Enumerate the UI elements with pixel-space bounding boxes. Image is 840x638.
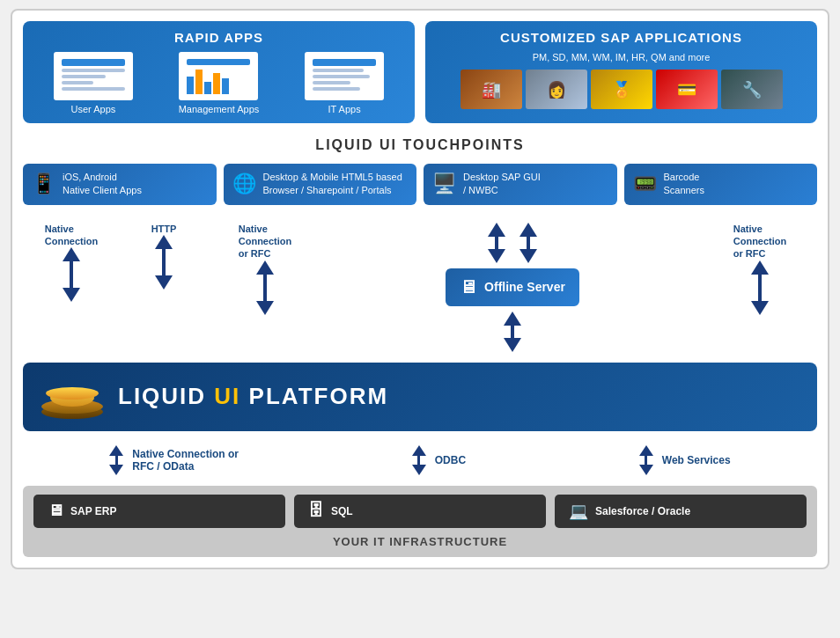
management-apps-screen [179, 52, 258, 100]
platform-row: LIQUID UI PLATFORM [23, 363, 817, 431]
tp-card-mobile: 📱 iOS, AndroidNative Client Apps [23, 164, 217, 205]
bottom-arrows-native [109, 445, 123, 475]
platform-title: LIQUID UI PLATFORM [118, 383, 388, 410]
salesforce-icon: 💻 [569, 502, 588, 521]
native-rfc-left: NativeConnectionor RFC [208, 219, 322, 315]
infra-systems: 🖥 SAP ERP 🗄 SQL 💻 Salesforce / Oracle [33, 495, 807, 528]
mobile-icon: 📱 [32, 172, 55, 195]
tp-barcode-text: BarcodeScanners [664, 171, 704, 198]
platform-logo [41, 375, 104, 419]
infra-footer-label: YOUR IT INFRASTRUCTURE [33, 535, 807, 548]
customized-sap-subtitle: PM, SD, MM, WM, IM, HR, QM and more [436, 52, 807, 62]
tp-card-desktop: 🖥️ Desktop SAP GUI/ NWBC [424, 164, 617, 205]
infra-sap-erp: 🖥 SAP ERP [33, 495, 285, 528]
http-connection: HTTP [120, 219, 208, 290]
offline-server-block: 🖥 Offline Server [322, 219, 703, 352]
bottom-ws-label: Web Services [662, 454, 731, 466]
tp-card-browser: 🌐 Desktop & Mobile HTML5 basedBrowser / … [224, 164, 417, 205]
barcode-icon: 📟 [633, 172, 657, 195]
it-apps-screen [305, 52, 384, 100]
infra-salesforce: 💻 Salesforce / Oracle [555, 495, 807, 528]
native-connection-left: NativeConnection [23, 219, 120, 303]
user-apps-item: User Apps [54, 52, 133, 114]
arrows-native-rfc-right [751, 260, 769, 315]
tp-mobile-text: iOS, AndroidNative Client Apps [63, 171, 142, 198]
http-label: HTTP [151, 223, 177, 235]
photo-tech: 🔧 [721, 70, 783, 109]
sap-erp-label: SAP ERP [70, 505, 116, 517]
arrows-native-rfc-left [256, 260, 274, 315]
tp-browser-text: Desktop & Mobile HTML5 basedBrowser / Sh… [263, 171, 402, 198]
user-apps-screen [54, 52, 133, 100]
main-container: RAPID APPS User Apps [11, 9, 829, 569]
photo-gold: 🏅 [591, 70, 652, 109]
top-section: RAPID APPS User Apps [23, 21, 817, 123]
native-rfc-left-label: NativeConnectionor RFC [239, 223, 292, 260]
offline-arrows-top-right [519, 223, 537, 263]
management-apps-label: Management Apps [179, 104, 260, 114]
photo-strip: 🏭 👩 🏅 💳 🔧 [436, 70, 807, 109]
bottom-conn-row: Native Connection orRFC / OData ODBC Web… [23, 445, 817, 475]
it-apps-item: IT Apps [305, 52, 384, 114]
management-apps-item: Management Apps [179, 52, 260, 114]
platform-suffix: PLATFORM [240, 383, 388, 409]
offline-server-label: Offline Server [484, 280, 565, 294]
bottom-arrows-odbc [412, 445, 426, 475]
sql-label: SQL [331, 505, 353, 517]
user-apps-label: User Apps [71, 104, 116, 114]
rapid-apps-box: RAPID APPS User Apps [23, 21, 415, 123]
platform-ui: UI [214, 383, 240, 409]
arrows-native-left [63, 247, 80, 302]
desktop-icon: 🖥️ [432, 172, 456, 195]
native-rfc-right: NativeConnectionor RFC [703, 219, 817, 315]
browser-icon: 🌐 [232, 172, 256, 195]
photo-industrial: 🏭 [461, 70, 522, 109]
bottom-odbc-label: ODBC [435, 454, 466, 466]
arrows-http [155, 235, 173, 290]
sql-icon: 🗄 [308, 502, 324, 520]
bottom-conn-native: Native Connection orRFC / OData [109, 445, 239, 475]
offline-server-box: 🖥 Offline Server [446, 268, 579, 306]
sap-erp-icon: 🖥 [48, 502, 63, 520]
rapid-apps-title: RAPID APPS [33, 30, 404, 45]
bottom-arrows-ws [639, 445, 653, 475]
photo-person: 👩 [526, 70, 587, 109]
customized-sap-box: CUSTOMIZED SAP APPLICATIONS PM, SD, MM, … [425, 21, 817, 123]
tp-card-barcode: 📟 BarcodeScanners [624, 164, 818, 205]
tp-desktop-text: Desktop SAP GUI/ NWBC [463, 171, 541, 198]
it-apps-label: IT Apps [328, 104, 361, 114]
infra-sql: 🗄 SQL [294, 495, 546, 528]
touchpoints-label: LIQUID UI TOUCHPOINTS [23, 137, 817, 153]
bottom-conn-webservices: Web Services [639, 445, 731, 475]
native-conn-left-label: NativeConnection [45, 223, 99, 248]
app-items: User Apps [33, 52, 404, 114]
infrastructure-box: 🖥 SAP ERP 🗄 SQL 💻 Salesforce / Oracle YO… [23, 486, 817, 557]
native-rfc-right-label: NativeConnectionor RFC [733, 223, 787, 260]
bottom-native-label: Native Connection orRFC / OData [132, 448, 239, 473]
customized-sap-title: CUSTOMIZED SAP APPLICATIONS [436, 30, 807, 45]
offline-arrows-top-left [488, 223, 505, 263]
platform-prefix: LIQUID [118, 383, 214, 409]
photo-card: 💳 [656, 70, 718, 109]
bottom-conn-odbc: ODBC [412, 445, 466, 475]
server-icon: 🖥 [460, 277, 477, 297]
salesforce-label: Salesforce / Oracle [595, 505, 690, 517]
offline-arrows-bottom [504, 312, 521, 352]
touchpoints-row: 📱 iOS, AndroidNative Client Apps 🌐 Deskt… [23, 164, 817, 205]
